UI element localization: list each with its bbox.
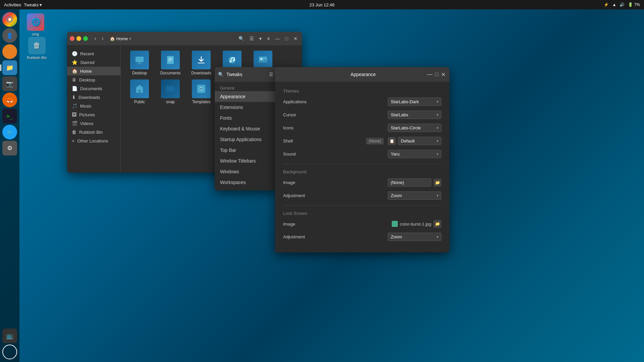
dock-item-profile[interactable]: 👤 (2, 28, 17, 43)
svg-rect-7 (168, 59, 172, 60)
tweaks-nav-appearance[interactable]: Appearance (215, 91, 277, 102)
lock-image-browse-button[interactable]: 📁 (433, 220, 441, 228)
tweaks-menu-icon[interactable]: ☰ (269, 72, 273, 77)
svg-rect-2 (136, 57, 144, 62)
chevron-down-icon: ▾ (437, 235, 438, 239)
dock-item-camera[interactable]: 📷 (2, 76, 17, 91)
icons-control: StarLabs-Circle ▾ (388, 124, 441, 132)
appearance-window: Appearance — □ ✕ Themes Applications Sta… (275, 67, 449, 252)
other-locations-icon: + (72, 138, 74, 143)
desktop-icon-rubbish[interactable]: 🗑 Rubbish Bin (27, 37, 47, 60)
chevron-down-icon: ▾ (437, 113, 438, 117)
dock-item-files[interactable]: 📁 (2, 60, 17, 75)
sidebar-item-rubbish[interactable]: 🗑 Rubbish Bin (67, 128, 120, 136)
sidebar-item-home[interactable]: 🏠 Home (67, 67, 120, 75)
tweaks-search-icon[interactable]: 🔍 (218, 72, 224, 77)
list-view-button[interactable]: ≡ (265, 35, 271, 42)
tweaks-nav: General Appearance Extensions Fonts Keyb… (215, 82, 277, 190)
sidebar-item-documents[interactable]: 📄 Documents (67, 84, 120, 93)
lockscreen-section-title: Lock Screen (283, 211, 441, 216)
dock-item-settings[interactable]: ⚙ (2, 141, 17, 156)
icons-dropdown[interactable]: StarLabs-Circle ▾ (388, 124, 441, 132)
sidebar-item-starred[interactable]: ⭐ Starred (67, 58, 120, 67)
lock-image-control: color-burst-1.jpg 📁 (392, 220, 441, 228)
home-icon: 🏠 (110, 36, 115, 41)
applications-control: StarLabs-Dark ▾ (388, 98, 441, 106)
tweaks-nav-workspaces[interactable]: Workspaces (215, 177, 277, 188)
shell-pick-button[interactable]: 📋 (388, 137, 396, 145)
view-menu-button[interactable]: ▾ (258, 35, 263, 42)
tweaks-nav-fonts[interactable]: Fonts (215, 113, 277, 123)
lock-adjustment-dropdown[interactable]: Zoom ▾ (388, 233, 441, 241)
tweaks-header: 🔍 Tweaks ☰ (215, 67, 277, 82)
sidebar-item-other-locations[interactable]: + Other Locations (67, 136, 120, 145)
file-documents[interactable]: Documents (157, 51, 184, 75)
icons-label: Icons (283, 125, 317, 130)
dock-item-firefox[interactable]: 🦊 (2, 93, 17, 107)
close-win-button[interactable]: ✕ (292, 35, 299, 42)
tweaks-nav-keyboard-mouse[interactable]: Keyboard & Mouse (215, 123, 277, 134)
rubbish-icon: 🗑 (72, 129, 76, 135)
file-desktop[interactable]: Desktop (126, 51, 153, 75)
nav-forward-button[interactable]: › (100, 35, 105, 42)
battery-display[interactable]: 🔋 7% (628, 2, 640, 7)
svg-point-12 (233, 60, 235, 61)
dock-item-orange[interactable] (2, 44, 17, 59)
appearance-minimize-button[interactable]: — (427, 71, 432, 77)
sound-control: Yaru ▾ (388, 150, 441, 158)
file-public[interactable]: Public (126, 79, 153, 104)
file-snap[interactable]: snap (157, 79, 184, 104)
background-section-title: Background (283, 169, 441, 174)
sidebar-item-recent[interactable]: 🕐 Recent (67, 49, 120, 58)
search-button[interactable]: 🔍 (237, 35, 246, 42)
bg-adjustment-dropdown[interactable]: Zoom ▾ (388, 191, 441, 200)
minimize-win-button[interactable]: — (274, 35, 282, 42)
svg-point-14 (260, 58, 262, 60)
view-toggle-button[interactable]: ☰ (248, 35, 256, 42)
sidebar-item-downloads[interactable]: ⬇ Downloads (67, 93, 120, 102)
bg-image-picker[interactable]: (None) (388, 178, 431, 187)
sidebar-item-music[interactable]: 🎵 Music (67, 102, 120, 110)
applications-dropdown[interactable]: StarLabs-Dark ▾ (388, 98, 441, 106)
sidebar-item-videos[interactable]: 🎬 Videos (67, 119, 120, 128)
shell-dropdown[interactable]: Default ▾ (398, 137, 441, 145)
dock-item-chrome[interactable] (2, 12, 17, 27)
dock-item-twitter[interactable]: 🐦 (2, 125, 17, 139)
cursor-row: Cursor StarLabs ▾ (283, 111, 441, 119)
file-downloads[interactable]: Downloads (188, 51, 215, 75)
dock-item-circle[interactable] (2, 345, 17, 359)
minimize-button[interactable] (76, 36, 81, 41)
close-button[interactable] (70, 36, 74, 41)
chevron-down-icon: ▾ (437, 194, 438, 197)
tweaks-nav-window-titlebars[interactable]: Window Titlebars (215, 156, 277, 166)
file-templates[interactable]: Templates (188, 79, 215, 104)
cursor-dropdown[interactable]: StarLabs ▾ (388, 111, 441, 119)
tweaks-nav-startup[interactable]: Startup Applications (215, 134, 277, 145)
appearance-close-button[interactable]: ✕ (441, 71, 445, 78)
lock-adjustment-row: Adjustment Zoom ▾ (283, 233, 441, 241)
tweaks-nav-extensions[interactable]: Extensions (215, 102, 277, 113)
lock-image-label: Image (283, 222, 317, 227)
sound-dropdown[interactable]: Yaru ▾ (388, 150, 441, 158)
tweaks-nav-topbar[interactable]: Top Bar (215, 145, 277, 156)
datetime-display: 23 Jun 12:46 (309, 2, 334, 7)
maximize-button[interactable] (83, 36, 88, 41)
nav-back-button[interactable]: ‹ (93, 35, 98, 42)
sidebar-item-pictures[interactable]: 🖼 Pictures (67, 110, 120, 119)
tweaks-nav-windows[interactable]: Windows (215, 166, 277, 177)
maximize-win-button[interactable]: □ (284, 35, 290, 42)
breadcrumb-home[interactable]: Home (116, 36, 128, 41)
bg-image-browse-button[interactable]: 📁 (433, 179, 441, 187)
volume-icon: 🔊 (620, 2, 625, 7)
dock-item-media[interactable]: 📺 (2, 328, 17, 343)
shell-control: (None) 📋 Default ▾ (366, 137, 441, 145)
tweaks-menu-button[interactable]: Tweaks ▾ (24, 2, 42, 7)
appearance-maximize-button[interactable]: □ (435, 71, 438, 77)
dock-item-terminal[interactable]: >_ (2, 109, 17, 123)
activities-button[interactable]: Activities (4, 2, 21, 7)
desktop-icon-chrome[interactable]: 🌐 omg (27, 13, 44, 36)
files-sidebar: 🕐 Recent ⭐ Starred 🏠 Home 🖥 Desktop 📄 Do… (67, 45, 121, 173)
svg-rect-3 (138, 62, 141, 63)
sound-row: Sound Yaru ▾ (283, 150, 441, 158)
sidebar-item-desktop[interactable]: 🖥 Desktop (67, 75, 120, 84)
